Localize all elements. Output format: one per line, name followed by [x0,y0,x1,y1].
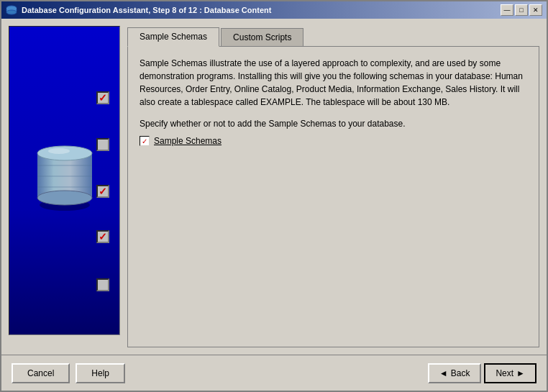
title-bar: Database Configuration Assistant, Step 8… [1,1,547,19]
sample-schemas-label[interactable]: Sample Schemas [154,136,222,146]
next-arrow-icon: ► [516,368,525,378]
next-button[interactable]: Next ► [484,363,536,383]
bottom-right-buttons: ◄ Back Next ► [428,363,536,383]
bottom-bar: Cancel Help ◄ Back Next ► [1,355,547,391]
sample-schemas-checkbox-row: ✓ Sample Schemas [140,136,527,146]
tab-bar: Sample Schemas Custom Scripts [127,26,539,47]
left-check-4: ✓ [96,230,109,243]
svg-point-2 [6,10,17,14]
help-button[interactable]: Help [76,363,125,383]
left-panel: ✓ ✓ ✓ [9,26,120,335]
database-cylinder-icon [29,133,101,212]
tab-sample-schemas[interactable]: Sample Schemas [127,27,219,47]
left-check-5 [96,278,109,291]
svg-point-12 [48,148,70,154]
content-area: ✓ ✓ ✓ [1,19,547,355]
right-panel: Sample Schemas Custom Scripts Sample Sch… [127,26,539,347]
app-icon [6,4,17,16]
cancel-button[interactable]: Cancel [12,363,70,383]
svg-point-10 [37,191,92,205]
back-arrow-icon: ◄ [439,368,448,378]
tab-panel: Sample Schemas illustrate the use of a l… [127,46,539,347]
maximize-button[interactable]: □ [515,4,528,16]
minimize-button[interactable]: — [501,4,513,16]
specify-text: Specify whether or not to add the Sample… [140,119,527,129]
left-check-1: ✓ [96,91,109,104]
sample-schemas-checkbox[interactable]: ✓ [140,136,150,146]
description-text: Sample Schemas illustrate the use of a l… [140,57,527,109]
main-window: Database Configuration Assistant, Step 8… [0,0,548,392]
back-button[interactable]: ◄ Back [428,363,482,383]
close-button[interactable]: ✕ [529,4,542,16]
db-illustration [29,133,101,212]
bottom-left-buttons: Cancel Help [12,363,125,383]
tab-custom-scripts[interactable]: Custom Scripts [221,28,303,47]
window-title: Database Configuration Assistant, Step 8… [22,6,271,14]
